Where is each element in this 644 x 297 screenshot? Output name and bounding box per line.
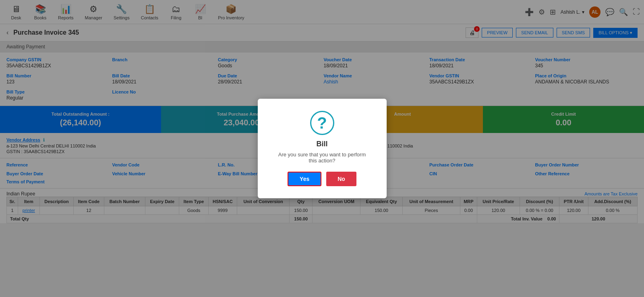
modal-overlay: ? Bill Are you sure that you want to per… — [0, 0, 644, 223]
modal-buttons: Yes No — [274, 172, 371, 186]
modal-title: Bill — [274, 140, 371, 148]
modal-no-button[interactable]: No — [326, 172, 356, 186]
modal-yes-button[interactable]: Yes — [288, 172, 321, 186]
modal-box: ? Bill Are you sure that you want to per… — [258, 99, 387, 198]
modal-question-icon: ? — [310, 111, 334, 135]
modal-message: Are you sure that you want to perform th… — [274, 152, 371, 164]
